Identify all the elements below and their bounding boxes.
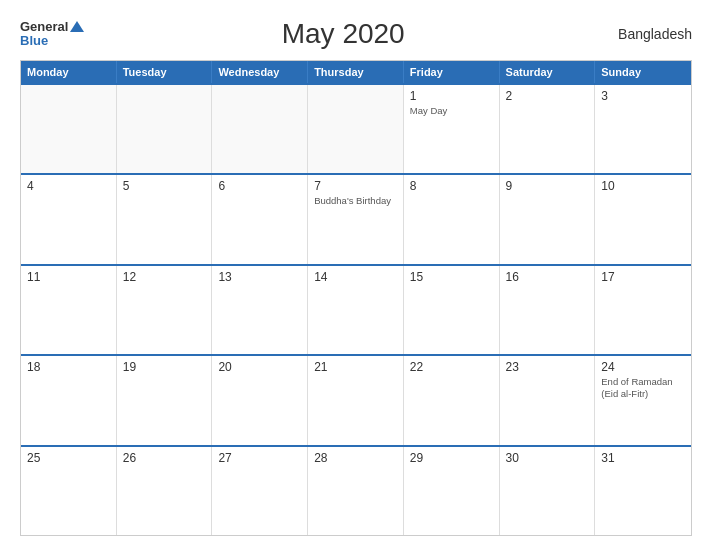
day-cell-may22: 22 <box>404 356 500 444</box>
header-friday: Friday <box>404 61 500 83</box>
day-number: 9 <box>506 179 589 193</box>
day-cell-may11: 11 <box>21 266 117 354</box>
day-number: 19 <box>123 360 206 374</box>
page: General Blue May 2020 Bangladesh Monday … <box>0 0 712 550</box>
day-number: 12 <box>123 270 206 284</box>
day-cell-may10: 10 <box>595 175 691 263</box>
day-number: 17 <box>601 270 685 284</box>
day-number: 2 <box>506 89 589 103</box>
calendar-title: May 2020 <box>84 18 602 50</box>
day-cell-may26: 26 <box>117 447 213 535</box>
header: General Blue May 2020 Bangladesh <box>20 18 692 50</box>
day-cell-may16: 16 <box>500 266 596 354</box>
day-number: 8 <box>410 179 493 193</box>
day-number: 23 <box>506 360 589 374</box>
day-headers-row: Monday Tuesday Wednesday Thursday Friday… <box>21 61 691 83</box>
logo-triangle-icon <box>70 21 84 32</box>
day-cell-may28: 28 <box>308 447 404 535</box>
calendar: Monday Tuesday Wednesday Thursday Friday… <box>20 60 692 536</box>
day-number: 24 <box>601 360 685 374</box>
day-cell <box>117 85 213 173</box>
day-cell-may25: 25 <box>21 447 117 535</box>
day-cell-may7: 7 Buddha's Birthday <box>308 175 404 263</box>
day-cell-may14: 14 <box>308 266 404 354</box>
day-number: 11 <box>27 270 110 284</box>
day-number: 28 <box>314 451 397 465</box>
day-cell-may20: 20 <box>212 356 308 444</box>
country-label: Bangladesh <box>602 26 692 42</box>
header-sunday: Sunday <box>595 61 691 83</box>
header-monday: Monday <box>21 61 117 83</box>
day-cell <box>308 85 404 173</box>
day-number: 6 <box>218 179 301 193</box>
day-cell-may21: 21 <box>308 356 404 444</box>
header-wednesday: Wednesday <box>212 61 308 83</box>
day-cell-may23: 23 <box>500 356 596 444</box>
day-cell <box>212 85 308 173</box>
day-number: 18 <box>27 360 110 374</box>
day-cell-may12: 12 <box>117 266 213 354</box>
logo-general-text: General <box>20 20 84 34</box>
day-cell <box>21 85 117 173</box>
week-row-4: 18 19 20 21 22 23 24 E <box>21 354 691 444</box>
day-number: 21 <box>314 360 397 374</box>
day-number: 4 <box>27 179 110 193</box>
day-number: 10 <box>601 179 685 193</box>
week-row-2: 4 5 6 7 Buddha's Birthday 8 9 <box>21 173 691 263</box>
day-cell-may4: 4 <box>21 175 117 263</box>
day-cell-may1: 1 May Day <box>404 85 500 173</box>
weeks: 1 May Day 2 3 4 5 6 <box>21 83 691 535</box>
day-cell-may19: 19 <box>117 356 213 444</box>
day-number: 7 <box>314 179 397 193</box>
header-saturday: Saturday <box>500 61 596 83</box>
holiday-label: Buddha's Birthday <box>314 195 397 206</box>
day-cell-may3: 3 <box>595 85 691 173</box>
day-cell-may5: 5 <box>117 175 213 263</box>
day-cell-may17: 17 <box>595 266 691 354</box>
week-row-1: 1 May Day 2 3 <box>21 83 691 173</box>
day-number: 22 <box>410 360 493 374</box>
day-number: 20 <box>218 360 301 374</box>
day-cell-may2: 2 <box>500 85 596 173</box>
day-number: 13 <box>218 270 301 284</box>
day-number: 1 <box>410 89 493 103</box>
holiday-label: May Day <box>410 105 493 116</box>
week-row-5: 25 26 27 28 29 30 31 <box>21 445 691 535</box>
day-number: 30 <box>506 451 589 465</box>
day-cell-may6: 6 <box>212 175 308 263</box>
day-cell-may27: 27 <box>212 447 308 535</box>
day-number: 16 <box>506 270 589 284</box>
day-cell-may15: 15 <box>404 266 500 354</box>
day-number: 26 <box>123 451 206 465</box>
day-cell-may18: 18 <box>21 356 117 444</box>
day-cell-may30: 30 <box>500 447 596 535</box>
day-number: 3 <box>601 89 685 103</box>
day-cell-may24: 24 End of Ramadan (Eid al-Fitr) <box>595 356 691 444</box>
logo-blue-text: Blue <box>20 34 84 48</box>
day-cell-may9: 9 <box>500 175 596 263</box>
day-number: 29 <box>410 451 493 465</box>
logo: General Blue <box>20 20 84 49</box>
day-cell-may13: 13 <box>212 266 308 354</box>
week-row-3: 11 12 13 14 15 16 17 <box>21 264 691 354</box>
day-number: 25 <box>27 451 110 465</box>
day-number: 5 <box>123 179 206 193</box>
day-cell-may8: 8 <box>404 175 500 263</box>
day-number: 14 <box>314 270 397 284</box>
day-number: 27 <box>218 451 301 465</box>
day-number: 15 <box>410 270 493 284</box>
day-number: 31 <box>601 451 685 465</box>
header-tuesday: Tuesday <box>117 61 213 83</box>
day-cell-may31: 31 <box>595 447 691 535</box>
holiday-label: End of Ramadan (Eid al-Fitr) <box>601 376 685 399</box>
day-cell-may29: 29 <box>404 447 500 535</box>
header-thursday: Thursday <box>308 61 404 83</box>
